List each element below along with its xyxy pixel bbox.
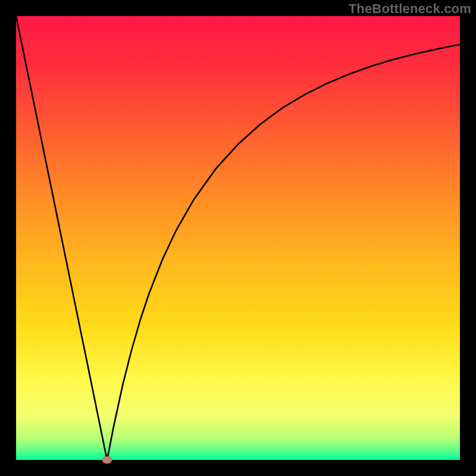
chart-svg bbox=[0, 0, 476, 476]
plot-background bbox=[16, 16, 460, 460]
watermark: TheBottleneck.com bbox=[349, 1, 471, 17]
optimum-marker bbox=[102, 456, 112, 464]
chart-frame: TheBottleneck.com bbox=[0, 0, 476, 476]
